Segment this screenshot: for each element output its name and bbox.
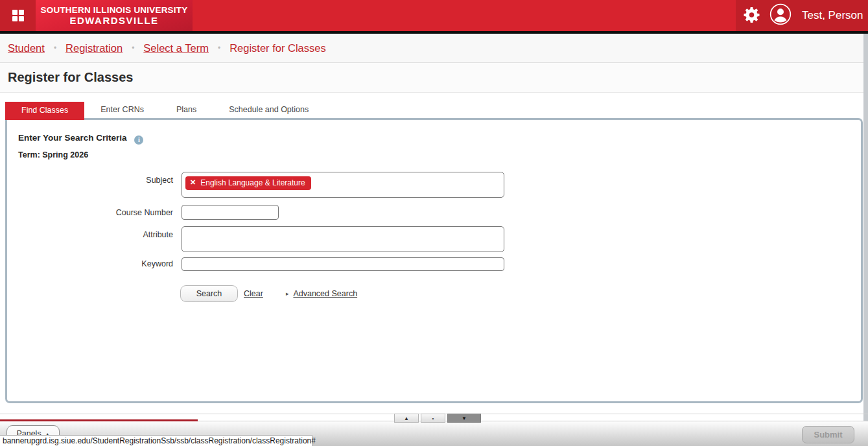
term-label: Term: Spring 2026 xyxy=(18,150,88,159)
panel-resize-controls: ▲ • ▼ xyxy=(394,414,483,423)
keyword-label: Keyword xyxy=(7,259,173,268)
subject-input[interactable]: ✕ English Language & Literature xyxy=(182,172,504,198)
breadcrumb-select-a-term[interactable]: Select a Term xyxy=(143,42,209,54)
breadcrumb-current-page: Register for Classes xyxy=(229,42,326,54)
breadcrumb-separator-icon: • xyxy=(54,43,56,53)
browser-status-bar: bannerupgrd.isg.siue.edu/StudentRegistra… xyxy=(0,435,312,446)
subject-tag[interactable]: ✕ English Language & Literature xyxy=(185,176,311,190)
page-title-bar: Register for Classes xyxy=(0,63,868,93)
attribute-label: Attribute xyxy=(7,230,173,239)
user-avatar[interactable] xyxy=(766,0,795,31)
breadcrumb-separator-icon: • xyxy=(132,43,134,53)
tab-plans[interactable]: Plans xyxy=(160,102,213,118)
logo-line1: SOUTHERN ILLINOIS UNIVERSITY xyxy=(41,5,188,15)
subject-tag-label: English Language & Literature xyxy=(200,178,305,187)
right-scrollbar-track[interactable] xyxy=(863,34,868,446)
advanced-search-link[interactable]: Advanced Search xyxy=(293,289,357,298)
search-criteria-heading-text: Enter Your Search Criteria xyxy=(18,133,127,143)
breadcrumb: Student • Registration • Select a Term •… xyxy=(0,34,868,63)
search-button[interactable]: Search xyxy=(180,285,238,302)
caret-right-icon: ▸ xyxy=(286,290,289,297)
scroll-down-button[interactable]: ▼ xyxy=(447,414,481,423)
breadcrumb-student[interactable]: Student xyxy=(8,42,45,54)
breadcrumb-registration[interactable]: Registration xyxy=(65,42,123,54)
university-logo[interactable]: SOUTHERN ILLINOIS UNIVERSITY EDWARDSVILL… xyxy=(36,0,193,31)
submit-button[interactable]: Submit xyxy=(802,426,854,443)
drag-dot-icon: • xyxy=(432,416,434,421)
gear-icon xyxy=(744,6,760,25)
user-icon xyxy=(769,3,792,28)
app-menu-button[interactable] xyxy=(0,0,36,31)
tab-bar: Find Classes Enter CRNs Plans Schedule a… xyxy=(5,102,325,120)
info-icon[interactable]: i xyxy=(134,135,143,145)
page-title: Register for Classes xyxy=(8,70,133,85)
settings-button[interactable] xyxy=(737,0,766,31)
footer-red-accent xyxy=(0,419,198,421)
app-header: SOUTHERN ILLINOIS UNIVERSITY EDWARDSVILL… xyxy=(0,0,868,31)
tag-close-icon[interactable]: ✕ xyxy=(190,178,196,187)
scroll-down-icon: ▼ xyxy=(462,416,467,421)
clear-link[interactable]: Clear xyxy=(244,289,263,298)
user-name: Test, Person xyxy=(802,9,863,22)
tab-enter-crns[interactable]: Enter CRNs xyxy=(84,102,160,118)
search-actions-row: Search Clear ▸ Advanced Search xyxy=(180,285,357,302)
breadcrumb-separator-icon: • xyxy=(218,43,220,53)
header-utility-zone: Test, Person xyxy=(736,0,868,31)
scroll-up-icon: ▲ xyxy=(404,416,409,421)
course-number-label: Course Number xyxy=(7,208,173,217)
tab-find-classes[interactable]: Find Classes xyxy=(5,102,84,120)
attribute-input[interactable] xyxy=(182,226,504,252)
course-number-input[interactable] xyxy=(182,205,279,220)
scroll-up-button[interactable]: ▲ xyxy=(394,414,419,423)
subject-label: Subject xyxy=(7,176,173,185)
tab-schedule-and-options[interactable]: Schedule and Options xyxy=(213,102,325,118)
logo-line2: EDWARDSVILLE xyxy=(69,15,158,26)
keyword-input[interactable] xyxy=(182,257,504,271)
grid-menu-icon xyxy=(12,10,24,21)
search-criteria-panel: Enter Your Search Criteria i Term: Sprin… xyxy=(5,118,863,403)
search-criteria-heading: Enter Your Search Criteria i xyxy=(18,133,143,145)
panel-drag-handle[interactable]: • xyxy=(421,414,445,423)
